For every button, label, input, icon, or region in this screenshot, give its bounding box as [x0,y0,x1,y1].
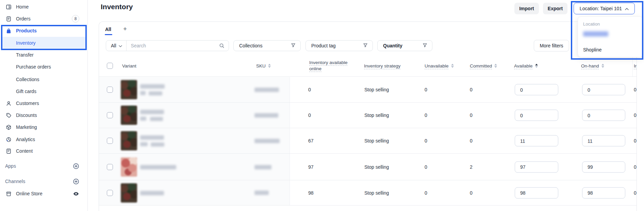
inventory-strategy-value: Stop selling [364,77,389,102]
row-checkbox[interactable] [107,112,113,118]
available-online-value: 97 [308,154,314,180]
sidebar-label: Customers [16,101,39,106]
sidebar-item-content[interactable]: Content [0,146,87,156]
add-tab-button[interactable]: + [123,25,127,33]
discounts-icon [6,112,12,118]
unavailable-value: 0 [425,128,427,153]
column-inventory-strategy: Inventory strategy [364,55,400,77]
column-available[interactable]: Available [514,55,538,77]
row-checkbox[interactable] [107,87,113,93]
variant-title-redacted [140,165,176,169]
sidebar-item-customers[interactable]: Customers [0,98,87,109]
sidebar-item-analytics[interactable]: Analytics [0,134,87,145]
table-row[interactable]: 98 Stop selling 0 0 98 98 0 [99,180,637,206]
search-input[interactable] [127,43,219,48]
row-checkbox[interactable] [107,164,113,170]
product-thumbnail-redacted [121,131,137,151]
inventory-strategy-value: Stop selling [364,180,389,205]
available-online-value: 0 [308,77,311,102]
search-icon [219,43,225,48]
sort-icon[interactable] [494,64,497,68]
search-box: All [106,40,229,51]
sidebar-item-gift-cards[interactable]: Gift cards [0,86,87,97]
plus-circle-icon[interactable] [72,163,79,169]
product-thumbnail-redacted [121,106,137,125]
sidebar-label: Discounts [16,112,37,118]
channels-label: Channels [5,179,25,184]
variant-subtitle-redacted [151,142,164,147]
table-row[interactable]: 97 Stop selling 0 2 97 99 0 [99,154,637,180]
plus-circle-icon[interactable] [72,178,79,185]
incoming-value-clipped: 0 [634,180,637,205]
quantity-filter-button[interactable]: Quantity [377,40,432,51]
on-hand-input[interactable]: 98 [582,187,625,198]
available-input[interactable]: 97 [515,161,558,172]
product-thumbnail-redacted [121,80,137,100]
row-checkbox[interactable] [107,138,113,144]
available-input[interactable]: 0 [515,110,558,121]
sort-icon[interactable] [601,64,604,68]
sidebar-item-purchase-orders[interactable]: Purchase orders [0,61,87,72]
sidebar-item-online-store[interactable]: Online Store [0,188,87,199]
table-row[interactable]: 0 Stop selling 0 0 0 0 0 [99,77,637,103]
incoming-value-clipped: 0 [634,77,637,102]
location-dropdown-button[interactable]: Location: Taipei 101 [574,3,635,14]
select-all-checkbox[interactable] [107,63,113,69]
analytics-icon [6,137,12,142]
row-checkbox[interactable] [107,190,113,196]
location-option-shopline[interactable]: Shopline [583,45,638,55]
column-on-hand[interactable]: On-hand [581,55,604,77]
sidebar-item-transfer[interactable]: Transfer [0,49,87,60]
sidebar-item-products[interactable]: Products [0,25,87,36]
unavailable-value: 0 [425,77,427,102]
sidebar-section-apps[interactable]: Apps [0,161,87,171]
sort-icon[interactable] [451,64,454,68]
eye-icon[interactable] [72,190,79,197]
sort-icon-active[interactable] [535,64,538,68]
chevron-up-icon [625,6,629,11]
committed-value: 2 [470,154,473,180]
variant-title-redacted [140,191,164,195]
sidebar-item-discounts[interactable]: Discounts [0,110,87,121]
export-button[interactable]: Export [543,3,567,14]
sidebar-item-collections[interactable]: Collections [0,74,87,85]
sidebar-label: Collections [16,77,39,82]
sidebar: Home Orders 8 Products Inventory Transfe… [0,0,88,211]
apps-label: Apps [5,163,16,169]
sidebar-item-home[interactable]: Home [0,1,87,12]
available-online-value: 0 [308,103,311,128]
sidebar-item-orders[interactable]: Orders 8 [0,13,87,24]
column-sku[interactable]: SKU [256,55,271,77]
sku-redacted [254,165,271,169]
inventory-strategy-value: Stop selling [364,103,389,128]
import-button[interactable]: Import [514,3,539,14]
sidebar-section-channels[interactable]: Channels [0,176,87,186]
column-unavailable[interactable]: Unavailable [425,55,454,77]
tab-all[interactable]: All [105,27,111,32]
collections-filter-button[interactable]: Collections [233,40,301,51]
sidebar-item-marketing[interactable]: Marketing [0,122,87,133]
more-filters-button[interactable]: More filters [534,40,569,51]
available-input[interactable]: 0 [515,84,558,95]
product-tag-filter-button[interactable]: Product tag [306,40,373,51]
incoming-value-clipped: 0 [634,154,637,180]
storefront-icon [6,191,12,197]
available-input[interactable]: 11 [515,135,558,147]
page-title: Inventory [101,3,133,11]
column-committed[interactable]: Committed [470,55,497,77]
on-hand-input[interactable]: 0 [582,110,625,121]
sort-icon[interactable] [268,64,271,68]
location-option-redacted[interactable] [583,31,608,36]
table-row[interactable]: 67 Stop selling 0 0 11 11 0 [99,128,637,154]
search-scope-dropdown[interactable]: All [106,41,127,51]
on-hand-input[interactable]: 0 [582,84,625,95]
funnel-icon [423,43,427,49]
sidebar-item-inventory[interactable]: Inventory [1,37,86,49]
variant-subtitle-redacted [140,142,148,146]
variant-subtitle-redacted [140,117,146,121]
on-hand-input[interactable]: 11 [582,135,625,147]
customers-icon [6,101,12,106]
on-hand-input[interactable]: 99 [582,161,625,172]
available-input[interactable]: 98 [515,187,558,198]
table-row[interactable]: 0 Stop selling 0 0 0 0 0 [99,103,637,128]
